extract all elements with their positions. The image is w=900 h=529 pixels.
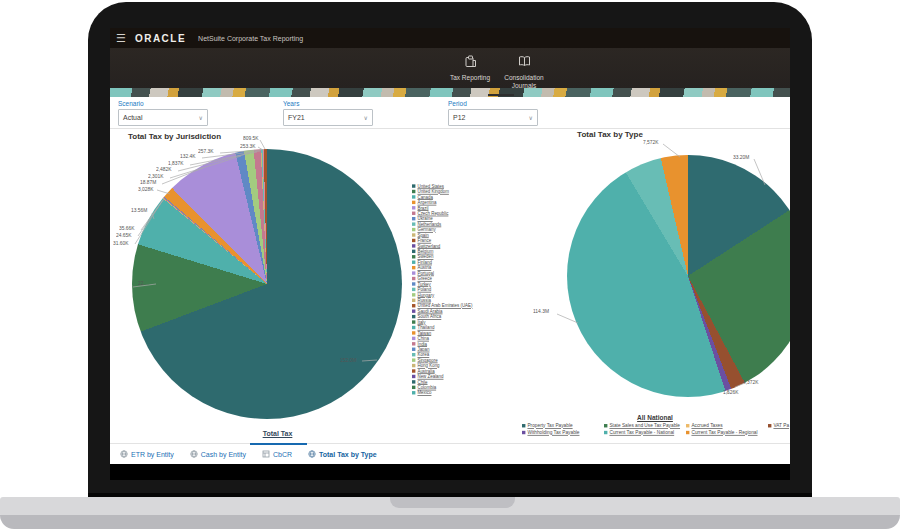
- total-tax-link[interactable]: Total Tax: [230, 430, 325, 437]
- legend-swatch: [412, 320, 415, 323]
- book-icon: [518, 54, 531, 72]
- page: ☰ ORACLE NetSuite Corporate Tax Reportin…: [0, 0, 900, 529]
- legend-label: Poland: [417, 287, 431, 292]
- pie-value-label: 35.66K: [119, 226, 135, 231]
- legend-label: Property Tax Payable: [527, 423, 572, 428]
- laptop-base-bottom: [0, 515, 900, 529]
- legend-swatch: [412, 238, 415, 241]
- active-tab-indicator: [250, 443, 307, 445]
- legend-item[interactable]: Current Tax Payable - Regional: [686, 429, 790, 436]
- legend-label: Portugal: [417, 270, 433, 275]
- legend-swatch: [412, 195, 415, 198]
- laptop-base: [0, 497, 900, 517]
- jurisdiction-pie[interactable]: [132, 149, 402, 419]
- tab-consolidation-journals[interactable]: Consolidation Journals: [494, 54, 554, 89]
- pie-value-label: 809.5K: [243, 136, 259, 141]
- type-legend-title: All National: [590, 414, 720, 421]
- years-dropdown[interactable]: FY21 ∨: [283, 109, 373, 126]
- globe-icon: [308, 450, 316, 458]
- legend-swatch: [686, 424, 689, 427]
- legend-label: Canada: [417, 194, 432, 199]
- tab-etr-by-entity[interactable]: ETR by Entity: [120, 450, 174, 458]
- tab-cbcr[interactable]: CbCR: [262, 450, 292, 458]
- tab-tax-reporting[interactable]: Tax Reporting: [442, 54, 498, 82]
- legend-label: Germany: [417, 227, 435, 232]
- decorative-banner: [110, 88, 790, 97]
- pie-value-label: 132.4K: [180, 154, 196, 159]
- legend-label: Spain: [417, 232, 428, 237]
- legend-swatch: [412, 391, 415, 394]
- legend-label: Ukraine: [417, 216, 432, 221]
- legend-swatch: [412, 244, 415, 247]
- legend-swatch: [412, 277, 415, 280]
- pie-value-label: 2,482K: [156, 167, 172, 172]
- legend-label: Chile: [417, 379, 427, 384]
- nav-tab-label: Consolidation Journals: [494, 74, 554, 89]
- pie-value-label: 22.…: [138, 281, 150, 286]
- legend-label: United Arab Emirates (UAE): [417, 303, 472, 308]
- legend-swatch: [412, 347, 415, 350]
- legend-label: VAT Pa: [773, 423, 789, 428]
- legend-label: Accrued Taxes: [691, 423, 722, 428]
- legend-swatch: [412, 298, 415, 301]
- legend-swatch: [686, 431, 689, 434]
- legend-swatch: [412, 228, 415, 231]
- legend-label: Hong Kong: [417, 363, 439, 368]
- legend-item[interactable]: VAT Pa: [768, 422, 790, 429]
- screen: ☰ ORACLE NetSuite Corporate Tax Reportin…: [110, 28, 790, 480]
- hamburger-menu-icon[interactable]: ☰: [116, 32, 126, 45]
- legend-swatch: [412, 336, 415, 339]
- legend-swatch: [412, 266, 415, 269]
- type-pie[interactable]: [567, 155, 790, 397]
- jurisdiction-pie-chart: 809.5K 253.3K 257.3K 132.4K 1,837K 2,482…: [110, 128, 530, 448]
- legend-label: Thailand: [417, 325, 434, 330]
- pie-value-label: 152.0M: [340, 358, 356, 363]
- pie-value-label: 33.20M: [733, 155, 749, 160]
- bottom-tab-bar: ETR by Entity Cash by Entity CbCR: [110, 443, 790, 464]
- legend-swatch: [412, 222, 415, 225]
- nav-tab-label: Tax Reporting: [450, 74, 490, 82]
- legend-label: India: [417, 341, 427, 346]
- legend-swatch: [412, 211, 415, 214]
- legend-swatch: [412, 385, 415, 388]
- legend-swatch: [412, 325, 415, 328]
- tab-cash-by-entity[interactable]: Cash by Entity: [190, 450, 246, 458]
- pie-value-label: 1,526K: [723, 390, 739, 395]
- tab-total-tax-by-type[interactable]: Total Tax by Type: [308, 450, 377, 458]
- legend-swatch: [412, 353, 415, 356]
- legend-swatch: [412, 374, 415, 377]
- legend-swatch: [412, 304, 415, 307]
- legend-label: Austria: [417, 265, 431, 270]
- globe-icon: [190, 450, 198, 458]
- legend-label: Netherlands: [417, 221, 441, 226]
- pie-value-label: 13.56M: [131, 208, 147, 213]
- legend-swatch: [412, 293, 415, 296]
- legend-label: Mexico: [417, 390, 431, 395]
- legend-label: Argentina: [417, 200, 436, 205]
- pie-value-label: 18.87M: [140, 180, 156, 185]
- legend-swatch: [412, 282, 415, 285]
- legend-swatch: [412, 260, 415, 263]
- period-dropdown[interactable]: P12 ∨: [448, 109, 538, 126]
- legend-label: South Africa: [417, 314, 441, 319]
- legend-label: Japan: [417, 347, 429, 352]
- legend-swatch: [412, 342, 415, 345]
- legend-label: Brazil: [417, 205, 428, 210]
- legend-label: United States: [417, 183, 444, 188]
- legend-label: Turkey: [417, 281, 430, 286]
- filter-label: Scenario: [118, 100, 208, 107]
- legend-label: Czech Republic: [417, 211, 448, 216]
- pie-value-label: 257.3K: [198, 149, 214, 154]
- type-pie-chart: 7,572K 33.20M 114.3M 4,372K 1,526K: [530, 128, 790, 448]
- legend-label: France: [417, 238, 431, 243]
- scenario-dropdown[interactable]: Actual ∨: [118, 109, 208, 126]
- pie-value-label: 1,837K: [168, 161, 184, 166]
- legend-label: Russia: [417, 298, 431, 303]
- legend-swatch: [412, 369, 415, 372]
- legend-label: Australia: [417, 368, 434, 373]
- legend-label: Colombia: [417, 385, 436, 390]
- legend-item[interactable]: Mexico: [412, 390, 500, 395]
- globe-icon: [120, 450, 128, 458]
- legend-swatch: [604, 431, 607, 434]
- legend-swatch: [412, 249, 415, 252]
